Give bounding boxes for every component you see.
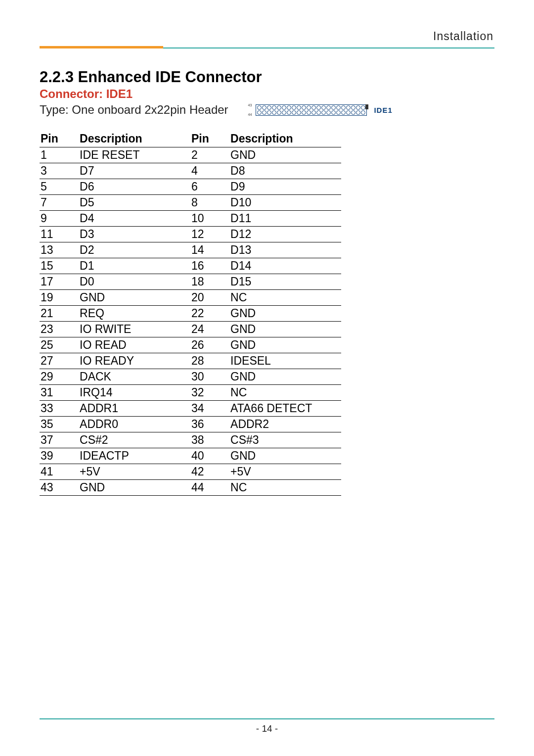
diagram-hole: [331, 110, 336, 115]
diagram-pin-grid: [256, 104, 367, 116]
th-desc-b: Description: [229, 131, 341, 147]
cell-pin_b: 4: [190, 163, 229, 179]
cell-desc_a: D1: [79, 258, 190, 274]
cell-pin_b: 20: [190, 290, 229, 306]
ide-header-diagram: 43 44 IDE1: [248, 103, 393, 116]
cell-pin_b: 8: [190, 195, 229, 211]
cell-pin_b: 44: [190, 480, 229, 496]
cell-pin_b: 16: [190, 258, 229, 274]
diagram-hole: [341, 105, 346, 110]
cell-pin_a: 29: [40, 369, 79, 385]
diagram-hole: [307, 105, 311, 110]
cell-desc_a: D5: [79, 195, 190, 211]
table-row: 27IO READY28IDESEL: [40, 353, 341, 369]
table-row: 11D312D12: [40, 227, 341, 242]
table-row: 3D74D8: [40, 163, 341, 179]
diagram-hole: [267, 105, 271, 110]
cell-desc_a: DACK: [79, 369, 190, 385]
footer-rule: [40, 718, 494, 719]
diagram-pin-numbers: 43 44: [248, 103, 252, 116]
th-desc-a: Description: [79, 131, 190, 147]
cell-desc_a: CS#2: [79, 432, 190, 448]
diagram-hole: [267, 110, 271, 115]
table-row: 9D410D11: [40, 211, 341, 227]
cell-desc_b: GND: [229, 147, 341, 163]
cell-pin_b: 12: [190, 227, 229, 242]
diagram-hole: [326, 110, 331, 115]
diagram-hole: [326, 105, 331, 110]
page-number: - 14 -: [0, 723, 534, 734]
cell-desc_a: IDEACTP: [79, 448, 190, 464]
diagram-hole-row: [257, 105, 365, 110]
cell-desc_b: GND: [229, 337, 341, 353]
cell-pin_a: 39: [40, 448, 79, 464]
cell-desc_b: D9: [229, 179, 341, 195]
cell-pin_b: 14: [190, 242, 229, 258]
diagram-hole: [351, 110, 356, 115]
cell-desc_b: CS#3: [229, 432, 341, 448]
cell-pin_a: 35: [40, 417, 79, 432]
diagram-hole: [346, 105, 351, 110]
cell-desc_a: D7: [79, 163, 190, 179]
cell-pin_a: 9: [40, 211, 79, 227]
diagram-hole: [361, 110, 365, 115]
table-row: 17D018D15: [40, 274, 341, 290]
cell-desc_b: IDESEL: [229, 353, 341, 369]
cell-pin_a: 23: [40, 322, 79, 337]
cell-pin_b: 32: [190, 385, 229, 401]
diagram-hole: [257, 105, 262, 110]
diagram-hole: [277, 110, 281, 115]
table-row: 21REQ22GND: [40, 306, 341, 322]
cell-desc_a: IO READ: [79, 337, 190, 353]
cell-pin_a: 15: [40, 258, 79, 274]
diagram-hole: [307, 110, 311, 115]
cell-pin_b: 18: [190, 274, 229, 290]
connector-title: Connector: IDE1: [40, 87, 494, 101]
header-rule-accent: [40, 46, 163, 48]
diagram-hole: [292, 105, 296, 110]
diagram-hole: [316, 105, 321, 110]
cell-desc_a: REQ: [79, 306, 190, 322]
cell-desc_b: D14: [229, 258, 341, 274]
diagram-hole: [356, 105, 360, 110]
cell-pin_a: 7: [40, 195, 79, 211]
cell-desc_b: D8: [229, 163, 341, 179]
cell-pin_b: 38: [190, 432, 229, 448]
diagram-hole: [292, 110, 296, 115]
diagram-hole: [277, 105, 281, 110]
diagram-hole: [257, 110, 262, 115]
diagram-hole: [336, 110, 341, 115]
cell-pin_b: 36: [190, 417, 229, 432]
diagram-hole: [297, 110, 301, 115]
cell-desc_a: D4: [79, 211, 190, 227]
diagram-hole: [341, 110, 346, 115]
cell-pin_b: 34: [190, 401, 229, 417]
cell-pin_a: 33: [40, 401, 79, 417]
cell-pin_a: 31: [40, 385, 79, 401]
header-rule-line: [163, 47, 494, 48]
table-row: 7D58D10: [40, 195, 341, 211]
cell-desc_b: NC: [229, 480, 341, 496]
diagram-hole: [297, 105, 301, 110]
cell-pin_b: 6: [190, 179, 229, 195]
cell-desc_b: ATA66 DETECT: [229, 401, 341, 417]
cell-pin_b: 26: [190, 337, 229, 353]
cell-desc_b: NC: [229, 290, 341, 306]
cell-desc_b: +5V: [229, 464, 341, 480]
table-header-row: Pin Description Pin Description: [40, 131, 341, 147]
diagram-hole: [282, 105, 286, 110]
diagram-hole: [346, 110, 351, 115]
cell-desc_a: IRQ14: [79, 385, 190, 401]
cell-pin_a: 27: [40, 353, 79, 369]
diagram-hole: [331, 105, 336, 110]
cell-pin_a: 43: [40, 480, 79, 496]
diagram-hole: [262, 110, 267, 115]
table-row: 33ADDR134ATA66 DETECT: [40, 401, 341, 417]
cell-desc_a: IO READY: [79, 353, 190, 369]
cell-pin_b: 42: [190, 464, 229, 480]
cell-pin_b: 22: [190, 306, 229, 322]
diagram-pin-top: 43: [248, 103, 252, 107]
diagram-hole: [336, 105, 341, 110]
diagram-hole: [361, 105, 365, 110]
cell-pin_a: 3: [40, 163, 79, 179]
